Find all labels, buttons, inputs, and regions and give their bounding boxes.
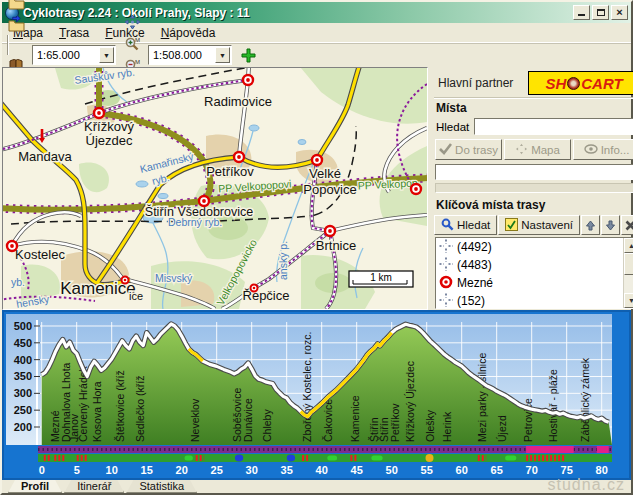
svg-text:70: 70 bbox=[526, 464, 538, 476]
mapa-button[interactable]: Mapa bbox=[504, 139, 571, 160]
pan-button[interactable] bbox=[120, 11, 144, 33]
minimize-icon bbox=[578, 9, 585, 16]
toolbar-separator bbox=[7, 35, 9, 55]
dotrasy-button[interactable]: Do trasy bbox=[435, 139, 502, 160]
svg-text:200: 200 bbox=[14, 421, 32, 433]
list-item[interactable]: Mezné bbox=[436, 274, 623, 292]
menu-trasa[interactable]: Trasa bbox=[52, 25, 96, 41]
map-scale-value: 1:65.000 bbox=[37, 49, 99, 61]
svg-text:450: 450 bbox=[14, 337, 32, 349]
svg-text:500: 500 bbox=[14, 320, 32, 332]
list-item[interactable]: (152) bbox=[436, 292, 623, 309]
crosshair-icon bbox=[439, 239, 453, 256]
hledat-button[interactable]: Hledat bbox=[434, 215, 497, 235]
eye-icon bbox=[584, 144, 598, 156]
main-toolbar: 1:65.000 ▼ MM 1:508.000 ▼ bbox=[2, 42, 631, 67]
map-scale-combo[interactable]: 1:65.000 ▼ bbox=[32, 45, 116, 65]
elevation-profile-panel[interactable]: 200250300350400450500MeznéDohnalova Lhot… bbox=[2, 310, 631, 480]
svg-text:30: 30 bbox=[246, 464, 258, 476]
magnifier-icon bbox=[441, 218, 454, 233]
menu-bar: MapaTrasaFunkceNápověda bbox=[2, 23, 631, 42]
svg-text:55: 55 bbox=[421, 464, 433, 476]
svg-text:Misvský: Misvský bbox=[155, 272, 193, 284]
delete-button[interactable] bbox=[621, 215, 633, 235]
up-button[interactable] bbox=[581, 215, 600, 235]
info-button[interactable]: Info... bbox=[573, 139, 633, 160]
svg-text:ice: ice bbox=[129, 290, 143, 302]
svg-text:Olešky: Olešky bbox=[424, 409, 436, 442]
svg-text:Kostelec: Kostelec bbox=[15, 247, 65, 262]
zoom-in-map-button[interactable]: M bbox=[120, 33, 144, 55]
svg-text:Radimovice: Radimovice bbox=[204, 94, 272, 109]
svg-text:Zbořený Kostelec, rozc.: Zbořený Kostelec, rozc. bbox=[301, 332, 313, 442]
nastaven-button[interactable]: Nastavení bbox=[498, 215, 580, 235]
scroll-thumb[interactable] bbox=[624, 253, 633, 275]
svg-text:0: 0 bbox=[39, 464, 45, 476]
right-sidebar: Hlavní partner SH CART Místa Hledat Do t… bbox=[431, 67, 633, 310]
svg-text:Štětkovice (kříž: Štětkovice (kříž bbox=[114, 370, 126, 442]
svg-text:Velké: Velké bbox=[309, 166, 341, 181]
app-window: Cyklotrasy 2.24 : Okolí Prahy, Slapy : 1… bbox=[0, 0, 633, 495]
svg-text:Sedlečko (kříž: Sedlečko (kříž bbox=[134, 375, 146, 442]
svg-text:Kamenice: Kamenice bbox=[349, 395, 361, 442]
svg-text:Mezi parky - silnice: Mezi parky - silnice bbox=[476, 353, 488, 442]
places-search-input[interactable] bbox=[474, 118, 633, 135]
places-title: Místa bbox=[434, 98, 633, 117]
partner-label: Hlavní partner bbox=[434, 76, 528, 90]
shocart-logo[interactable]: SH CART bbox=[528, 71, 633, 95]
map-scale-bar: 1 km bbox=[349, 271, 413, 287]
tab-itiner[interactable]: Itinerář bbox=[64, 480, 124, 493]
svg-text:Dunávice: Dunávice bbox=[242, 398, 254, 442]
export-route-blue-button[interactable] bbox=[4, 13, 28, 35]
svg-text:10: 10 bbox=[106, 464, 118, 476]
svg-text:Debrný ryb.: Debrný ryb. bbox=[168, 216, 222, 228]
places-result-field[interactable] bbox=[435, 164, 633, 180]
svg-text:350: 350 bbox=[14, 370, 32, 382]
partner-row: Hlavní partner SH CART bbox=[434, 69, 633, 97]
window-title: Cyklotrasy 2.24 : Okolí Prahy, Slapy : 1… bbox=[23, 6, 571, 20]
svg-text:Hostivař - pláže: Hostivař - pláže bbox=[547, 369, 559, 442]
crosshair-icon bbox=[439, 257, 453, 274]
svg-text:5: 5 bbox=[74, 464, 80, 476]
svg-text:75: 75 bbox=[561, 464, 573, 476]
svg-text:Újezd: Újezd bbox=[496, 415, 508, 442]
list-scrollbar[interactable]: ▲ ▼ bbox=[623, 238, 633, 308]
scroll-up-icon[interactable]: ▲ bbox=[624, 238, 633, 253]
svg-text:40: 40 bbox=[316, 464, 328, 476]
svg-text:Herink: Herink bbox=[441, 411, 453, 442]
crosshair-icon bbox=[439, 293, 453, 310]
close-button[interactable]: × bbox=[611, 5, 628, 20]
svg-text:300: 300 bbox=[14, 387, 32, 399]
down-button[interactable] bbox=[601, 215, 620, 235]
overview-scale-combo[interactable]: 1:508.000 ▼ bbox=[148, 45, 232, 65]
svg-text:Soběšovice: Soběšovice bbox=[231, 388, 243, 442]
svg-text:Křížkový: Křížkový bbox=[84, 119, 134, 134]
map-canvas[interactable]: RadimoviceKřížkovýÚjezdecMandavaPetříkov… bbox=[3, 68, 427, 309]
overview-scale-value: 1:508.000 bbox=[153, 49, 215, 61]
svg-text:45: 45 bbox=[351, 464, 363, 476]
target-icon bbox=[439, 275, 453, 292]
svg-text:Čakovice: Čakovice bbox=[322, 399, 334, 442]
list-item[interactable]: (4483) bbox=[436, 256, 623, 274]
list-item[interactable]: (4492) bbox=[436, 238, 623, 256]
chevron-down-icon[interactable]: ▼ bbox=[99, 47, 114, 63]
minimize-button[interactable] bbox=[573, 5, 590, 20]
add-point-button[interactable] bbox=[236, 44, 260, 66]
tab-profil[interactable]: Profil bbox=[8, 480, 62, 493]
checklist-icon bbox=[505, 218, 518, 233]
map-view[interactable]: RadimoviceKřížkovýÚjezdecMandavaPetříkov… bbox=[2, 67, 428, 310]
maximize-icon bbox=[597, 9, 605, 16]
export-route-red-button[interactable] bbox=[4, 0, 28, 13]
svg-text:20: 20 bbox=[176, 464, 188, 476]
check-icon bbox=[439, 143, 452, 157]
tab-statistika[interactable]: Statistika bbox=[126, 480, 197, 493]
svg-text:Újezdec: Újezdec bbox=[86, 133, 133, 148]
key-places-list[interactable]: (4492)(4483)Mezné(152) ▲ ▼ bbox=[435, 237, 633, 309]
svg-text:80: 80 bbox=[596, 464, 608, 476]
logo-text-1: SH bbox=[545, 75, 566, 92]
menu-npovda[interactable]: Nápověda bbox=[154, 25, 223, 41]
svg-text:250: 250 bbox=[14, 404, 32, 416]
maximize-button[interactable] bbox=[592, 5, 609, 20]
chevron-down-icon[interactable]: ▼ bbox=[215, 47, 230, 63]
scroll-down-icon[interactable]: ▼ bbox=[624, 293, 633, 308]
